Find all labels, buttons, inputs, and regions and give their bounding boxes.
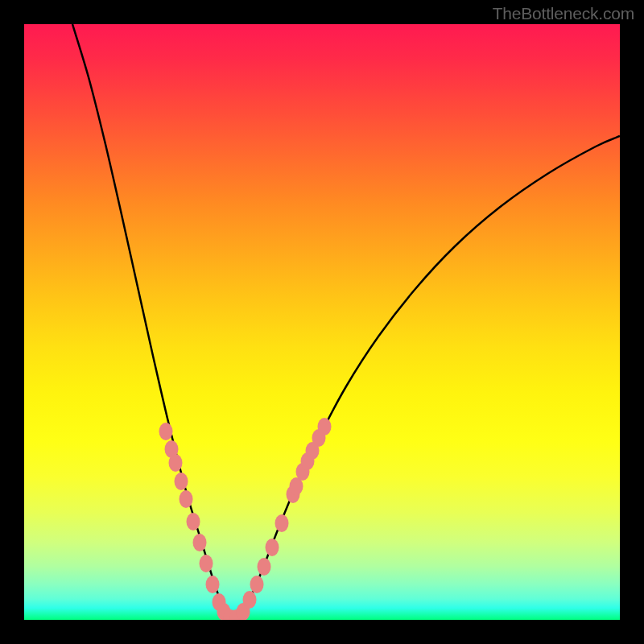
curve-marker (258, 558, 271, 576)
curve-marker (318, 418, 332, 436)
curve-marker (187, 513, 200, 530)
curve-marker (193, 534, 207, 551)
curve-markers (159, 418, 332, 620)
plot-area (24, 24, 620, 620)
bottleneck-curve (72, 24, 620, 619)
chart-container: TheBottleneck.com (0, 0, 644, 644)
watermark-text: TheBottleneck.com (493, 4, 634, 23)
curve-marker (200, 555, 213, 572)
curve-marker (180, 490, 193, 508)
curve-marker (250, 576, 264, 593)
curve-marker (243, 591, 257, 609)
curve-marker (159, 423, 173, 440)
curve-marker (175, 473, 188, 490)
chart-overlay (24, 24, 620, 620)
curve-marker (275, 514, 289, 532)
curve-marker (266, 539, 279, 556)
curve-marker (206, 576, 220, 593)
curve-marker (169, 454, 183, 472)
